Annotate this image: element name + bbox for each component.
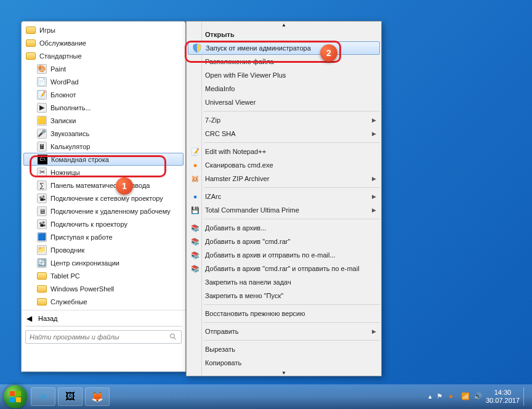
folder-maintenance[interactable]: Обслуживание: [23, 36, 183, 49]
back-label: Назад: [38, 315, 58, 322]
ctx-file-location[interactable]: Расположение файла: [187, 55, 381, 68]
getting-started-icon: 🟦: [37, 232, 47, 242]
ctx-winrar-email[interactable]: 📚Добавить в архив и отправить по e-mail.…: [187, 248, 381, 262]
start-button[interactable]: [4, 385, 27, 408]
ctx-7zip[interactable]: 7-Zip▶: [187, 113, 381, 127]
ctx-label: Сканировать cmd.exe: [205, 161, 273, 169]
ctx-send-to[interactable]: Отправить▶: [187, 325, 381, 338]
ctx-label: 7-Zip: [205, 116, 220, 124]
item-paint[interactable]: 🎨Paint: [23, 62, 183, 75]
item-remote-desktop[interactable]: 🖥Подключение к удаленному рабочему: [23, 204, 183, 217]
item-network-projector[interactable]: 📽Подключение к сетевому проектору: [23, 192, 183, 204]
ctx-restore-previous[interactable]: Восстановить прежнюю версию: [187, 307, 381, 320]
system-tray: ▲ ⚑ ● 📶 🔊 14:30 30.07.2017: [427, 387, 528, 406]
ctx-label: Добавить в архив "cmd.rar" и отправить п…: [205, 265, 360, 272]
item-math-input[interactable]: ∑Панель математического ввода: [23, 179, 183, 192]
item-sticky-notes[interactable]: 🟨Записки: [23, 114, 183, 127]
item-command-prompt[interactable]: C:\Командная строка: [23, 153, 183, 166]
item-getting-started[interactable]: 🟦Приступая к работе: [23, 230, 183, 243]
volume-icon[interactable]: 🔊: [474, 392, 482, 401]
search-input[interactable]: [30, 333, 169, 341]
ctx-avast-scan[interactable]: ●Сканировать cmd.exe: [187, 158, 381, 172]
ctx-notepadpp[interactable]: 📝Edit with Notepad++: [187, 145, 381, 158]
item-label: Командная строка: [51, 156, 109, 163]
svg-line-1: [174, 338, 175, 339]
folder-label: Стандартные: [39, 52, 82, 60]
context-menu-scroll-down[interactable]: ▼: [187, 370, 381, 376]
ctx-mediainfo[interactable]: MediaInfo: [187, 82, 381, 95]
folder-tablet-pc[interactable]: Tablet PC: [23, 269, 183, 282]
svg-rect-5: [16, 397, 21, 402]
folder-icon: [37, 272, 47, 280]
ctx-pin-start[interactable]: Закрепить в меню "Пуск": [187, 289, 381, 302]
ctx-winrar-add[interactable]: 📚Добавить в архив...: [187, 221, 381, 235]
ctx-label: Добавить в архив "cmd.rar": [205, 238, 290, 245]
item-label: Выполнить...: [50, 104, 91, 111]
flag-icon[interactable]: ⚑: [437, 392, 445, 401]
item-label: Проводник: [50, 246, 84, 254]
item-calculator[interactable]: 🖩Калькулятор: [23, 140, 183, 153]
run-icon: ▶: [37, 103, 47, 113]
show-desktop-button[interactable]: [523, 387, 528, 406]
ctx-izarc[interactable]: ●IZArc▶: [187, 190, 381, 203]
ctx-winrar-named-email[interactable]: 📚Добавить в архив "cmd.rar" и отправить …: [187, 262, 381, 275]
folder-icon: [37, 285, 47, 293]
ctx-hamster-zip[interactable]: 🐹Hamster ZIP Archiver▶: [187, 172, 381, 185]
ctx-universal-viewer[interactable]: Universal Viewer: [187, 95, 381, 109]
item-label: Служебные: [50, 298, 87, 306]
svg-rect-3: [16, 391, 21, 396]
ctx-separator: [204, 219, 380, 219]
ctx-pin-taskbar[interactable]: Закрепить на панели задач: [187, 275, 381, 289]
item-snipping[interactable]: ✂Ножницы: [23, 166, 183, 179]
search-icon: [169, 333, 177, 341]
item-connect-projector[interactable]: 📽Подключить к проектору: [23, 217, 183, 230]
svg-rect-4: [10, 397, 15, 402]
folder-system-tools[interactable]: Служебные: [23, 295, 183, 308]
ctx-open[interactable]: Открыть: [187, 28, 381, 41]
taskbar-firefox[interactable]: 🦊: [85, 387, 110, 406]
network-icon[interactable]: 📶: [461, 392, 470, 401]
folder-icon: [26, 26, 36, 34]
ctx-winrar-add-named[interactable]: 📚Добавить в архив "cmd.rar": [187, 235, 381, 248]
ctx-run-as-admin[interactable]: Запуск от имени администратора: [188, 41, 380, 55]
item-run[interactable]: ▶Выполнить...: [23, 101, 183, 114]
snipping-icon: ✂: [37, 168, 47, 177]
item-label: Калькулятор: [50, 143, 90, 150]
item-explorer[interactable]: 📁Проводник: [23, 243, 183, 256]
folder-accessories[interactable]: Стандартные: [23, 49, 183, 62]
item-sound-recorder[interactable]: 🎤Звукозапись: [23, 127, 183, 140]
ctx-separator: [204, 340, 380, 341]
winrar-icon: 📚: [190, 237, 200, 246]
search-box[interactable]: [25, 330, 182, 344]
tray-expand-icon[interactable]: ▲: [427, 394, 433, 400]
ctx-total-commander[interactable]: 💾Total Commander Ultima Prime▶: [187, 203, 381, 217]
item-label: Центр синхронизации: [50, 259, 119, 267]
ctx-label: Добавить в архив и отправить по e-mail..…: [205, 251, 336, 259]
winrar-icon: 📚: [190, 223, 200, 233]
folder-powershell[interactable]: Windows PowerShell: [23, 282, 183, 295]
back-button[interactable]: ◀ Назад: [22, 310, 185, 326]
folder-label: Игры: [39, 26, 55, 34]
item-wordpad[interactable]: 📄WordPad: [23, 75, 183, 88]
ctx-crc-sha[interactable]: CRC SHA▶: [187, 127, 381, 140]
taskbar-clock[interactable]: 14:30 30.07.2017: [486, 389, 520, 405]
start-menu: Игры Обслуживание Стандартные 🎨Paint 📄Wo…: [21, 21, 186, 372]
ctx-label: Восстановить прежнюю версию: [205, 310, 305, 317]
folder-games[interactable]: Игры: [23, 23, 183, 36]
taskbar-app[interactable]: 🖼: [58, 387, 83, 406]
ctx-copy[interactable]: Копировать: [187, 356, 381, 370]
avast-tray-icon[interactable]: ●: [449, 392, 457, 401]
taskbar-telegram[interactable]: ✈: [31, 387, 55, 406]
chevron-up-icon: ▲: [281, 22, 286, 28]
ctx-cut[interactable]: Вырезать: [187, 342, 381, 356]
item-sync-center[interactable]: 🔄Центр синхронизации: [23, 256, 183, 269]
math-input-icon: ∑: [37, 180, 47, 190]
item-notepad[interactable]: 📝Блокнот: [23, 88, 183, 101]
ctx-file-viewer-plus[interactable]: Open with File Viewer Plus: [187, 68, 381, 82]
context-menu-scroll-up[interactable]: ▲: [187, 22, 381, 28]
ctx-label: IZArc: [205, 193, 221, 200]
ctx-label: Total Commander Ultima Prime: [205, 206, 299, 214]
item-label: Paint: [50, 65, 66, 73]
shield-icon: [192, 43, 202, 53]
wordpad-icon: 📄: [37, 77, 47, 87]
